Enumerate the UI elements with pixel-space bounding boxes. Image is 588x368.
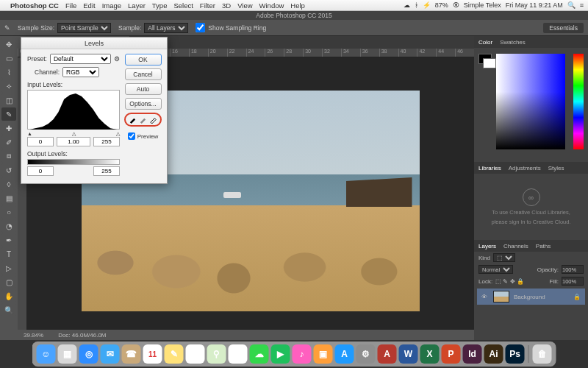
menu-layer[interactable]: Layer [128,1,146,10]
doc-size-readout[interactable]: Doc: 46.0M/46.0M [58,332,106,339]
kind-filter[interactable]: ⬚ [493,253,515,262]
gray-point-picker-icon[interactable] [139,116,147,124]
dock-appstore[interactable]: A [335,344,354,364]
blur-tool[interactable]: ○ [1,205,16,219]
dock-messages[interactable]: ☁ [250,344,269,364]
dock-indesign[interactable]: Id [463,344,482,364]
output-gradient[interactable] [27,159,120,165]
battery-icon[interactable]: ⚡ [423,1,431,9]
clock[interactable]: Fri May 11 9:21 AM [506,1,563,9]
dock-itunes[interactable]: ♪ [293,344,312,364]
lasso-tool[interactable]: ⌇ [1,66,16,79]
tab-channels[interactable]: Channels [503,243,528,250]
app-menu[interactable]: Photoshop CC [10,1,59,10]
move-tool[interactable]: ✥ [1,38,16,51]
tab-color[interactable]: Color [478,39,492,46]
tab-swatches[interactable]: Swatches [500,39,526,46]
menu-window[interactable]: Window [259,1,284,10]
output-black[interactable] [27,166,54,176]
dock-maps[interactable]: ⚲ [207,344,226,364]
input-white[interactable] [93,137,120,146]
dock-finder[interactable]: ☺ [37,344,56,364]
visibility-icon[interactable]: 👁 [481,294,489,300]
black-point-picker-icon[interactable] [129,116,137,124]
layer-row[interactable]: 👁 Background 🔒 [477,289,585,305]
menu-file[interactable]: File [65,1,76,10]
menu-filter[interactable]: Filter [200,1,215,10]
type-tool[interactable]: T [1,247,16,261]
notifications-icon[interactable]: ≡ [580,1,584,9]
dock-word[interactable]: W [399,344,418,364]
dock-trash[interactable]: 🗑 [533,344,552,364]
menu-edit[interactable]: Edit [83,1,95,10]
dock-mail[interactable]: ✉ [101,344,120,364]
tab-libraries[interactable]: Libraries [478,165,501,171]
workspace-switcher[interactable]: Essentials [543,23,584,33]
tab-layers[interactable]: Layers [478,243,496,250]
shape-tool[interactable]: ▢ [1,275,16,289]
dock-ibooks[interactable]: ▣ [314,344,333,364]
gradient-tool[interactable]: ▤ [1,191,16,205]
dock-contacts[interactable]: ☎ [122,344,141,364]
channel-select[interactable]: RGB [62,67,99,77]
eyedropper-tool-icon[interactable]: ✎ [4,24,10,32]
dock-launchpad[interactable]: ▦ [58,344,77,364]
dock-excel[interactable]: X [420,344,440,364]
tab-adjustments[interactable]: Adjustments [509,165,541,171]
preset-select[interactable]: Default [50,54,111,64]
preview-checkbox[interactable] [128,132,135,140]
spotlight-icon[interactable]: 🔍 [567,1,576,9]
dock-reminders[interactable]: ☑ [186,344,205,364]
menu-type[interactable]: Type [152,1,168,10]
zoom-tool[interactable]: 🔍 [1,303,16,316]
dock-acrobat[interactable]: A [378,344,397,364]
wand-tool[interactable]: ✧ [1,79,16,93]
show-ring-checkbox[interactable] [196,23,205,32]
lock-icons[interactable]: ⬚ ✎ ✥ 🔒 [495,278,524,285]
dock-notes[interactable]: ✎ [165,344,184,364]
white-point-picker-icon[interactable] [149,116,157,124]
crop-tool[interactable]: ◫ [1,93,16,107]
menu-image[interactable]: Image [102,1,121,10]
dock-ppt[interactable]: P [442,344,461,364]
input-black[interactable] [27,137,54,146]
bluetooth-icon[interactable]: ᚼ [415,1,418,9]
stamp-tool[interactable]: ⧈ [1,149,16,163]
heal-tool[interactable]: ✚ [1,121,16,135]
hand-tool[interactable]: ✋ [1,289,16,302]
tab-paths[interactable]: Paths [536,243,551,250]
dodge-tool[interactable]: ◔ [1,219,16,233]
tab-styles[interactable]: Styles [548,165,564,171]
fill-input[interactable] [562,277,584,286]
background-swatch[interactable] [483,58,496,68]
ok-button[interactable]: OK [125,54,162,66]
output-white[interactable] [93,166,120,176]
marquee-tool[interactable]: ▭ [1,52,16,65]
blend-mode-select[interactable]: Normal [478,265,513,274]
dock-illustrator[interactable]: Ai [484,344,503,364]
dock-calendar[interactable]: 11 [143,344,162,364]
options-button[interactable]: Options... [125,98,162,110]
color-field[interactable] [496,54,565,149]
eyedropper-tool[interactable]: ✎ [1,107,16,121]
opacity-input[interactable] [562,265,584,274]
dock-photoshop[interactable]: Ps [506,344,525,364]
color-panel[interactable] [474,48,588,162]
cloud-icon[interactable]: ☁ [404,1,410,9]
sample-layers-select[interactable]: All Layers [144,23,188,33]
histogram[interactable] [27,90,120,130]
menu-help[interactable]: Help [290,1,305,10]
black-slider[interactable]: ▲ [27,131,32,137]
menu-select[interactable]: Select [173,1,193,10]
dock-facetime[interactable]: ▶ [271,344,290,364]
path-tool[interactable]: ▷ [1,261,16,275]
dock-safari[interactable]: ◎ [79,344,98,364]
input-gamma[interactable] [57,137,90,146]
wifi-icon[interactable]: ⦿ [453,1,459,9]
sample-size-select[interactable]: Point Sample [57,23,111,33]
gray-slider[interactable]: △ [72,131,76,137]
eraser-tool[interactable]: ◊ [1,177,16,191]
dock-prefs[interactable]: ⚙ [356,344,376,364]
menu-view[interactable]: View [237,1,252,10]
auto-button[interactable]: Auto [125,83,162,95]
